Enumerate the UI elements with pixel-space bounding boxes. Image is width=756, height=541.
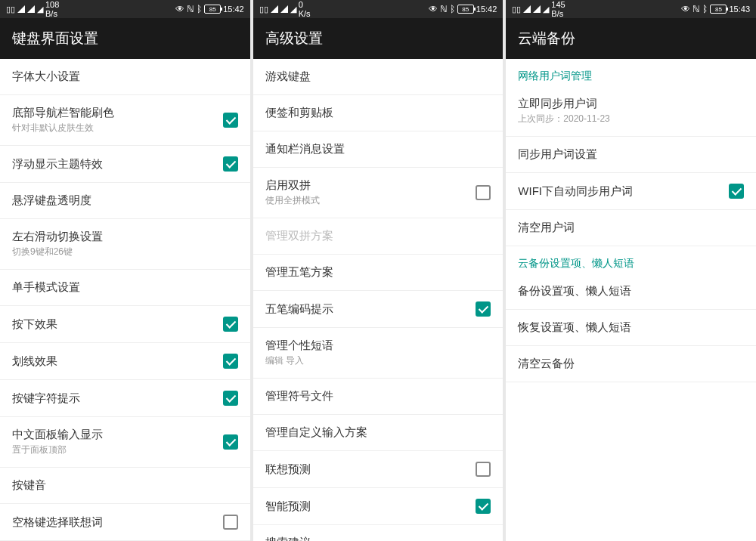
- settings-item[interactable]: 搜索建议提供精准搜索建议候选词，减少按键次数: [253, 525, 503, 541]
- checkbox[interactable]: [223, 434, 238, 450]
- item-title: 联想预测: [265, 462, 476, 477]
- item-title: 清空云备份: [518, 357, 744, 371]
- battery-icon: 85: [204, 5, 221, 14]
- settings-item[interactable]: 字体大小设置: [0, 59, 250, 95]
- signal-icon-2: [27, 5, 35, 13]
- settings-item[interactable]: 同步用户词设置: [506, 137, 756, 173]
- signal-icon-1: [271, 5, 278, 13]
- item-title: 空格键选择联想词: [12, 515, 223, 530]
- settings-item[interactable]: 浮动显示主题特效: [0, 146, 250, 183]
- settings-item[interactable]: 恢复设置项、懒人短语: [506, 310, 756, 346]
- net-speed: 0: [299, 0, 303, 9]
- battery-icon: 85: [457, 5, 474, 14]
- item-title: 游戏键盘: [265, 70, 491, 84]
- settings-item[interactable]: 划线效果: [0, 343, 250, 380]
- settings-item[interactable]: 启用双拼使用全拼模式: [253, 168, 503, 218]
- signal-icon-1: [17, 5, 25, 13]
- settings-item[interactable]: 管理五笔方案: [253, 255, 503, 291]
- item-title: 划线效果: [12, 354, 223, 369]
- checkbox[interactable]: [223, 156, 238, 172]
- settings-item[interactable]: 便签和剪贴板: [253, 95, 503, 131]
- item-title: 备份设置项、懒人短语: [518, 284, 744, 298]
- settings-item[interactable]: 空格键选择联想词: [0, 504, 250, 541]
- checkbox[interactable]: [729, 184, 744, 199]
- item-title: 管理自定义输入方案: [265, 425, 491, 440]
- settings-item[interactable]: 清空用户词: [506, 210, 756, 246]
- item-title: 通知栏消息设置: [265, 142, 491, 156]
- settings-item[interactable]: 通知栏消息设置: [253, 131, 503, 168]
- checkbox[interactable]: [476, 185, 491, 200]
- settings-item[interactable]: 单手模式设置: [0, 270, 250, 306]
- signal-icon-2: [533, 5, 541, 13]
- item-title: 浮动显示主题特效: [12, 157, 223, 172]
- checkbox[interactable]: [223, 113, 238, 128]
- settings-item[interactable]: 左右滑动切换设置切换9键和26键: [0, 219, 250, 270]
- settings-item[interactable]: 立即同步用户词上次同步：2020-11-23: [506, 86, 756, 137]
- item-title: 单手模式设置: [12, 280, 238, 295]
- settings-item[interactable]: 联想预测: [253, 451, 503, 488]
- nfc-icon: ℕ: [440, 4, 448, 14]
- item-title: 管理个性短语: [265, 339, 491, 353]
- nfc-icon: ℕ: [692, 4, 700, 14]
- item-title: 字体大小设置: [12, 70, 238, 84]
- settings-list: 网络用户词管理立即同步用户词上次同步：2020-11-23同步用户词设置WIFI…: [506, 59, 756, 541]
- checkbox[interactable]: [223, 317, 238, 332]
- settings-item[interactable]: 游戏键盘: [253, 59, 503, 95]
- checkbox[interactable]: [223, 391, 238, 406]
- settings-item[interactable]: 管理符号文件: [253, 379, 503, 415]
- item-title: 管理双拼方案: [265, 229, 491, 243]
- net-speed: 145: [551, 0, 565, 9]
- settings-item[interactable]: 管理个性短语编辑 导入: [253, 328, 503, 379]
- settings-item[interactable]: WIFI下自动同步用户词: [506, 173, 756, 210]
- eye-icon: 👁: [429, 4, 438, 14]
- item-subtitle: 上次同步：2020-11-23: [518, 113, 744, 125]
- item-title: 中文面板输入显示: [12, 428, 223, 442]
- settings-item[interactable]: 管理双拼方案: [253, 218, 503, 255]
- settings-item[interactable]: 按键音: [0, 468, 250, 504]
- sim-icon: ▯▯: [512, 5, 521, 14]
- checkbox[interactable]: [223, 515, 238, 530]
- item-title: 启用双拼: [265, 178, 476, 193]
- settings-item[interactable]: 管理自定义输入方案: [253, 415, 503, 451]
- item-title: 搜索建议: [265, 536, 476, 541]
- clock: 15:42: [223, 5, 244, 14]
- status-bar: ▯▯ ◢ 145B/s 👁 ℕ ᛒ 85 15:43: [506, 0, 756, 18]
- item-title: 立即同步用户词: [518, 97, 744, 111]
- item-title: 智能预测: [265, 499, 476, 514]
- item-title: 五笔编码提示: [265, 302, 476, 317]
- settings-item[interactable]: 备份设置项、懒人短语: [506, 274, 756, 310]
- settings-item[interactable]: 五笔编码提示: [253, 291, 503, 328]
- item-title: 清空用户词: [518, 221, 744, 235]
- settings-item[interactable]: 悬浮键盘透明度: [0, 183, 250, 219]
- checkbox[interactable]: [223, 354, 238, 369]
- item-title: 同步用户词设置: [518, 147, 744, 162]
- item-title: 管理五笔方案: [265, 265, 491, 280]
- status-bar: ▯▯ ◢ 0K/s 👁 ℕ ᛒ 85 15:42: [253, 0, 503, 18]
- wifi-icon: ◢: [290, 5, 296, 14]
- item-title: 便签和剪贴板: [265, 106, 491, 120]
- checkbox[interactable]: [476, 462, 491, 477]
- item-title: 按键音: [12, 478, 238, 493]
- settings-item[interactable]: 按下效果: [0, 306, 250, 343]
- checkbox[interactable]: [476, 301, 491, 317]
- eye-icon: 👁: [681, 4, 690, 14]
- screen-keyboard-settings: ▯▯ ◢ 108B/s 👁 ℕ ᛒ 85 15:42 键盘界面设置 字体大小设置…: [0, 0, 250, 541]
- checkbox[interactable]: [476, 499, 491, 514]
- item-subtitle: 编辑 导入: [265, 354, 491, 367]
- item-title: 悬浮键盘透明度: [12, 193, 238, 208]
- settings-item[interactable]: 按键字符提示: [0, 380, 250, 417]
- item-subtitle: 使用全拼模式: [265, 194, 476, 207]
- settings-item[interactable]: 中文面板输入显示置于面板顶部: [0, 417, 250, 468]
- clock: 15:42: [476, 5, 497, 14]
- bluetooth-icon: ᛒ: [702, 4, 708, 14]
- status-bar: ▯▯ ◢ 108B/s 👁 ℕ ᛒ 85 15:42: [0, 0, 250, 18]
- page-title: 键盘界面设置: [0, 18, 250, 59]
- settings-item[interactable]: 清空云备份: [506, 346, 756, 382]
- section-header: 云备份设置项、懒人短语: [506, 246, 756, 274]
- settings-item[interactable]: 底部导航栏智能刷色针对非默认皮肤生效: [0, 95, 250, 146]
- settings-item[interactable]: 智能预测: [253, 488, 503, 525]
- sim-icon: ▯▯: [6, 5, 15, 14]
- bluetooth-icon: ᛒ: [450, 4, 455, 14]
- bluetooth-icon: ᛒ: [197, 4, 202, 14]
- net-speed: 108: [45, 0, 59, 9]
